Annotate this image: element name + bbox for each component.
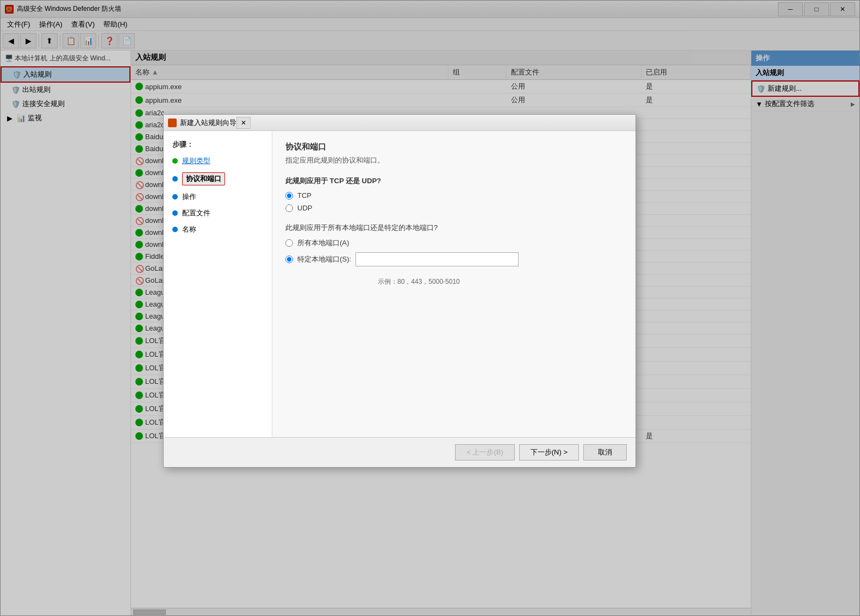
specific-ports-radio[interactable]	[285, 256, 293, 263]
dialog-sub-heading: 指定应用此规则的协议和端口。	[285, 155, 622, 165]
port-section: 此规则应用于所有本地端口还是特定的本地端口? 所有本地端口(A) 特定本地端口(…	[285, 223, 622, 287]
step-action: 操作	[172, 192, 263, 202]
tcp-radio-item[interactable]: TCP	[285, 191, 622, 200]
cancel-button-dialog[interactable]: 取消	[583, 444, 627, 461]
step-2-label: 协议和端口	[182, 172, 225, 185]
udp-label: UDP	[297, 204, 312, 212]
steps-label: 步骤：	[172, 140, 263, 150]
port-radio-group: 所有本地端口(A) 特定本地端口(S):	[285, 238, 622, 266]
step-profile: 配置文件	[172, 208, 263, 218]
specific-ports-radio-item[interactable]: 特定本地端口(S):	[285, 252, 622, 266]
dialog-content: 步骤： 规则类型 协议和端口 操作 配置文件	[164, 131, 635, 437]
dialog-title-bar: 新建入站规则向导 ✕	[164, 115, 635, 131]
tcp-radio[interactable]	[285, 192, 293, 200]
back-button-dialog[interactable]: < 上一步(B)	[455, 444, 515, 461]
step-2-dot	[172, 176, 178, 182]
all-ports-radio[interactable]	[285, 239, 293, 247]
dialog-close-button[interactable]: ✕	[236, 117, 251, 129]
tcp-label: TCP	[297, 191, 311, 200]
step-5-label: 名称	[182, 225, 196, 234]
step-protocol-port: 协议和端口	[172, 172, 263, 185]
dialog-title-text: 新建入站规则向导	[180, 118, 236, 128]
step-5-dot	[172, 227, 178, 232]
step-3-label: 操作	[182, 192, 196, 202]
step-3-dot	[172, 194, 178, 200]
step-name: 名称	[172, 225, 263, 234]
port-question: 此规则应用于所有本地端口还是特定的本地端口?	[285, 223, 622, 233]
dialog-title-icon	[168, 119, 177, 127]
next-button-dialog[interactable]: 下一步(N) >	[519, 444, 579, 461]
dialog-steps-panel: 步骤： 规则类型 协议和端口 操作 配置文件	[164, 131, 272, 437]
port-input-field[interactable]	[356, 252, 519, 266]
all-ports-radio-item[interactable]: 所有本地端口(A)	[285, 238, 622, 248]
step-1-dot	[172, 158, 178, 164]
specific-ports-label: 特定本地端口(S):	[297, 254, 351, 264]
dialog-footer: < 上一步(B) 下一步(N) > 取消	[164, 437, 635, 467]
protocol-question: 此规则应用于 TCP 还是 UDP?	[285, 176, 622, 186]
step-1-label[interactable]: 规则类型	[182, 156, 210, 166]
step-4-dot	[172, 210, 178, 216]
protocol-radio-group: TCP UDP	[285, 191, 622, 212]
all-ports-label: 所有本地端口(A)	[297, 238, 349, 248]
new-rule-dialog: 新建入站规则向导 ✕ 步骤： 规则类型 协议和端口 操作	[163, 114, 636, 468]
dialog-overlay: 新建入站规则向导 ✕ 步骤： 规则类型 协议和端口 操作	[0, 0, 860, 616]
step-rule-type: 规则类型	[172, 156, 263, 166]
dialog-main-heading: 协议和端口	[285, 142, 622, 152]
dialog-right-panel: 协议和端口 指定应用此规则的协议和端口。 此规则应用于 TCP 还是 UDP? …	[272, 131, 635, 437]
udp-radio[interactable]	[285, 204, 293, 212]
step-4-label: 配置文件	[182, 208, 210, 218]
port-example-text: 示例：80，443，5000-5010	[378, 277, 622, 287]
udp-radio-item[interactable]: UDP	[285, 204, 622, 212]
